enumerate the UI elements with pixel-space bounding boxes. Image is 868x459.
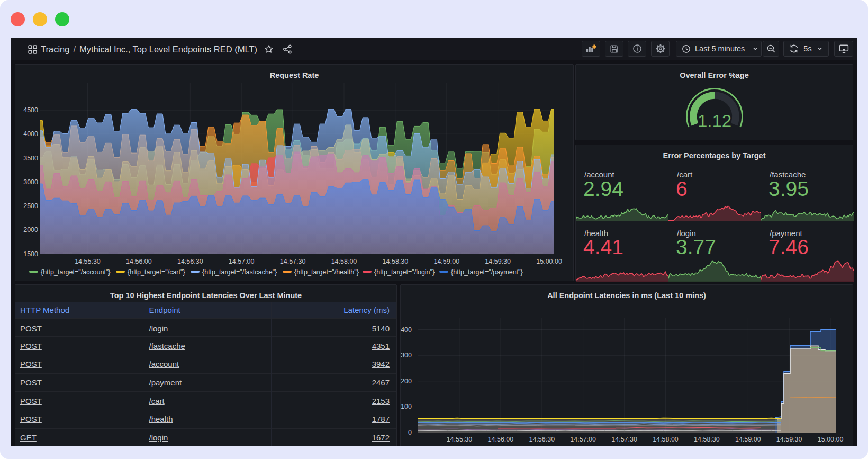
svg-text:14:58:30: 14:58:30 — [694, 436, 720, 443]
svg-text:15:00:00: 15:00:00 — [818, 436, 844, 443]
svg-text:300: 300 — [401, 352, 412, 359]
svg-text:14:55:30: 14:55:30 — [447, 436, 473, 443]
svg-text:200: 200 — [401, 377, 412, 385]
svg-text:14:57:30: 14:57:30 — [611, 436, 637, 443]
svg-text:14:57:00: 14:57:00 — [570, 436, 596, 443]
svg-text:100: 100 — [401, 403, 412, 410]
svg-text:1.12: 1.12 — [698, 111, 731, 131]
svg-text:14:56:00: 14:56:00 — [488, 436, 514, 443]
svg-text:0: 0 — [408, 429, 412, 436]
svg-text:14:59:00: 14:59:00 — [735, 436, 761, 443]
svg-text:400: 400 — [401, 326, 412, 334]
svg-text:14:59:30: 14:59:30 — [776, 436, 802, 443]
svg-text:14:58:00: 14:58:00 — [653, 436, 679, 443]
svg-text:14:56:30: 14:56:30 — [529, 436, 555, 443]
